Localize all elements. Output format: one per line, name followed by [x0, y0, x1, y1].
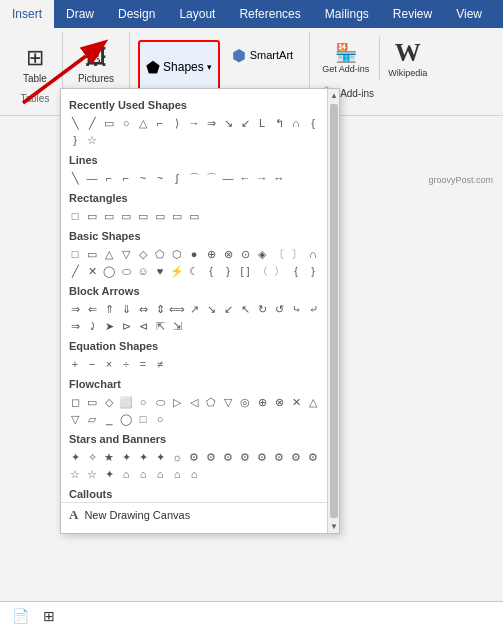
addins-link[interactable]: 🔧 Add-ins: [318, 84, 487, 102]
shape-item[interactable]: ▭: [186, 208, 202, 224]
shape-item[interactable]: ⇒: [203, 115, 219, 131]
shape-item[interactable]: ✕: [288, 394, 304, 410]
shape-item[interactable]: ⚙: [254, 449, 270, 465]
shape-item[interactable]: {: [288, 263, 304, 279]
shape-item[interactable]: ⊲: [135, 318, 151, 334]
shape-item[interactable]: 〔: [271, 246, 287, 262]
shape-item[interactable]: ⇑: [101, 301, 117, 317]
shape-item[interactable]: ÷: [118, 356, 134, 372]
tab-insert[interactable]: Insert: [0, 0, 54, 28]
shape-item[interactable]: ⬠: [152, 246, 168, 262]
shape-item[interactable]: ⟺: [169, 301, 185, 317]
shape-item[interactable]: ⌂: [152, 466, 168, 482]
new-drawing-canvas-button[interactable]: A New Drawing Canvas: [61, 502, 339, 527]
shape-item[interactable]: ✕: [84, 263, 100, 279]
shape-item[interactable]: ~: [152, 170, 168, 186]
scroll-down-arrow[interactable]: ▼: [328, 520, 339, 533]
shape-item[interactable]: ◁: [186, 394, 202, 410]
shape-item[interactable]: ★: [101, 449, 117, 465]
tab-draw[interactable]: Draw: [54, 0, 106, 28]
shape-item[interactable]: ⎯: [101, 411, 117, 427]
shape-item[interactable]: □: [135, 411, 151, 427]
scroll-thumb[interactable]: [330, 104, 338, 518]
shape-item[interactable]: ←: [237, 170, 253, 186]
shape-item[interactable]: ▭: [84, 208, 100, 224]
shape-item[interactable]: ⚙: [220, 449, 236, 465]
shape-item[interactable]: {: [203, 263, 219, 279]
shape-item[interactable]: ⊳: [118, 318, 134, 334]
shape-item[interactable]: ↙: [237, 115, 253, 131]
shape-item[interactable]: ⇒: [67, 301, 83, 317]
shape-item[interactable]: +: [67, 356, 83, 372]
shape-item[interactable]: ✦: [67, 449, 83, 465]
shape-item[interactable]: ▭: [84, 394, 100, 410]
shape-item[interactable]: ∩: [305, 246, 321, 262]
shape-item[interactable]: ▽: [118, 246, 134, 262]
tab-mailings[interactable]: Mailings: [313, 0, 381, 28]
get-addins-button[interactable]: 🏪 Get Add-ins: [318, 40, 373, 76]
page-view-button[interactable]: 📄: [8, 606, 33, 626]
shape-item[interactable]: ⬭: [118, 263, 134, 279]
shape-item[interactable]: ╱: [67, 263, 83, 279]
shape-item[interactable]: ▭: [101, 115, 117, 131]
shape-item[interactable]: ⚙: [271, 449, 287, 465]
tab-view[interactable]: View: [444, 0, 494, 28]
shape-item[interactable]: ◇: [101, 394, 117, 410]
shape-item[interactable]: ▭: [152, 208, 168, 224]
shape-item[interactable]: ↰: [271, 115, 287, 131]
shape-item[interactable]: ↗: [186, 301, 202, 317]
shape-item[interactable]: ⇒: [67, 318, 83, 334]
shape-item[interactable]: □: [67, 246, 83, 262]
table-button[interactable]: ⊞ Table: [16, 37, 54, 93]
shape-item[interactable]: ○: [118, 115, 134, 131]
shape-item[interactable]: ⇔: [135, 301, 151, 317]
shape-item[interactable]: −: [84, 356, 100, 372]
shape-item[interactable]: ⌐: [101, 170, 117, 186]
shape-item[interactable]: ○: [135, 394, 151, 410]
shape-item[interactable]: ◯: [101, 263, 117, 279]
shape-item[interactable]: ✦: [152, 449, 168, 465]
shape-item[interactable]: ⬭: [152, 394, 168, 410]
shape-item[interactable]: ◻: [67, 394, 83, 410]
shape-item[interactable]: ☾: [186, 263, 202, 279]
shape-item[interactable]: ⌂: [169, 466, 185, 482]
shape-item[interactable]: —: [84, 170, 100, 186]
shape-item[interactable]: ☺: [135, 263, 151, 279]
shape-item[interactable]: ×: [101, 356, 117, 372]
shape-item[interactable]: ○: [152, 411, 168, 427]
shape-item[interactable]: ⇓: [118, 301, 134, 317]
shape-item[interactable]: ☆: [67, 466, 83, 482]
shape-item[interactable]: }: [305, 263, 321, 279]
shape-item[interactable]: △: [305, 394, 321, 410]
shape-item[interactable]: L: [254, 115, 270, 131]
shape-item[interactable]: ▭: [169, 208, 185, 224]
shape-item[interactable]: ⬠: [203, 394, 219, 410]
shape-item[interactable]: ⬜: [118, 394, 134, 410]
shape-item[interactable]: ☆: [84, 132, 100, 148]
shape-item[interactable]: 〉: [271, 263, 287, 279]
shape-item[interactable]: ▭: [84, 246, 100, 262]
shape-item[interactable]: ↘: [203, 301, 219, 317]
shape-item[interactable]: ╲: [67, 170, 83, 186]
shape-item[interactable]: ↙: [220, 301, 236, 317]
tab-review[interactable]: Review: [381, 0, 444, 28]
shape-item[interactable]: ⌂: [186, 466, 202, 482]
shape-item[interactable]: 〕: [288, 246, 304, 262]
shape-item[interactable]: ↻: [254, 301, 270, 317]
shape-item[interactable]: ⤶: [305, 301, 321, 317]
shape-item[interactable]: ⌐: [152, 115, 168, 131]
tab-references[interactable]: References: [227, 0, 312, 28]
shape-item[interactable]: [ ]: [237, 263, 253, 279]
shape-item[interactable]: ╱: [84, 115, 100, 131]
shape-item[interactable]: ⌂: [135, 466, 151, 482]
shape-item[interactable]: ↘: [220, 115, 236, 131]
shape-item[interactable]: ↔: [271, 170, 287, 186]
shape-item[interactable]: ✦: [118, 449, 134, 465]
shape-item[interactable]: ⊗: [220, 246, 236, 262]
shape-item[interactable]: ⚡: [169, 263, 185, 279]
shape-item[interactable]: }: [67, 132, 83, 148]
shape-item[interactable]: }: [220, 263, 236, 279]
shape-item[interactable]: ⚙: [203, 449, 219, 465]
tab-layout[interactable]: Layout: [167, 0, 227, 28]
shape-item[interactable]: ∩: [288, 115, 304, 131]
